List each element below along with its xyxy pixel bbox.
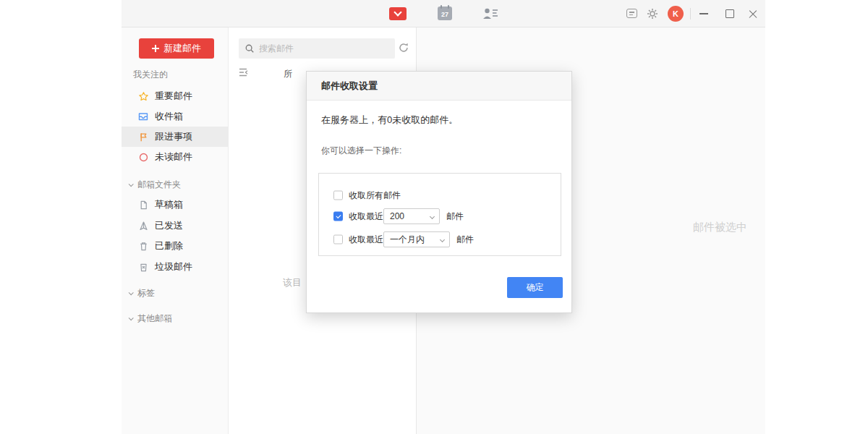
sidebar-item-label: 未读邮件 xyxy=(155,150,192,163)
search-input[interactable] xyxy=(259,43,375,54)
trash-icon xyxy=(137,240,149,252)
dialog-close-button[interactable] xyxy=(550,82,560,91)
sidebar-item-label: 已删除 xyxy=(155,239,183,252)
compose-button[interactable]: 新建邮件 xyxy=(139,38,214,59)
option-fetch-all: 收取所有邮件 xyxy=(319,190,561,201)
sidebar-item-label: 已发送 xyxy=(155,219,183,232)
count-select[interactable]: 200 xyxy=(383,208,440,224)
option-suffix: 邮件 xyxy=(446,210,464,223)
calendar-icon[interactable]: 27 xyxy=(438,7,452,20)
calendar-ring-icon xyxy=(448,5,449,9)
sidebar-item-label: 垃圾邮件 xyxy=(155,260,192,273)
list-filter-label[interactable]: 所 xyxy=(284,68,292,80)
topbar: 27 xyxy=(122,0,765,27)
count-select-value: 200 xyxy=(390,211,404,221)
avatar[interactable]: K xyxy=(668,6,684,22)
envelope-flap-icon xyxy=(393,8,401,16)
search-box[interactable] xyxy=(239,38,395,59)
sidebar: 新建邮件 我关注的 重要邮件 收件箱 跟进事项 xyxy=(122,27,229,434)
chevron-down-icon xyxy=(129,290,134,295)
calendar-ring-icon xyxy=(441,5,442,9)
sidebar-item-followup[interactable]: 跟进事项 xyxy=(122,127,229,147)
contacts-icon[interactable] xyxy=(482,7,498,22)
sidebar-item-sent[interactable]: 已发送 xyxy=(122,216,229,236)
option-label: 收取所有邮件 xyxy=(349,190,401,202)
list-empty-text: 该目 xyxy=(283,276,302,289)
chevron-down-icon xyxy=(129,182,134,187)
options-box: 收取所有邮件 收取最近的 200 邮件 收取最近的 一个月内 邮件 xyxy=(318,173,561,256)
refresh-icon[interactable] xyxy=(398,42,411,55)
confirm-button[interactable]: 确定 xyxy=(507,277,563,298)
labels-header[interactable]: 标签 xyxy=(122,284,229,302)
sidebar-item-important[interactable]: 重要邮件 xyxy=(122,86,229,106)
inbox-icon xyxy=(137,111,149,122)
spam-icon xyxy=(137,261,149,273)
sidebar-item-drafts[interactable]: 草稿箱 xyxy=(122,195,229,215)
gear-icon[interactable] xyxy=(647,8,658,22)
dialog-header: 邮件收取设置 xyxy=(307,72,571,101)
chevron-down-icon xyxy=(440,237,445,242)
sent-icon xyxy=(137,220,149,231)
fetch-recent-count-checkbox[interactable] xyxy=(333,212,343,221)
sidebar-item-label: 收件箱 xyxy=(155,110,183,123)
sidebar-item-label: 跟进事项 xyxy=(155,130,192,143)
desktop: 27 xyxy=(0,0,868,434)
sidebar-item-label: 草稿箱 xyxy=(155,198,183,211)
mail-fetch-settings-dialog: 邮件收取设置 在服务器上，有0未收取的邮件。 你可以选择一下操作: 收取所有邮件… xyxy=(306,71,572,313)
circle-icon xyxy=(137,151,149,163)
dialog-message: 在服务器上，有0未收取的邮件。 xyxy=(321,114,458,127)
compose-label: 新建邮件 xyxy=(163,42,201,55)
option-fetch-recent-count: 收取最近的 200 邮件 xyxy=(319,208,561,224)
favorites-header: 我关注的 xyxy=(122,65,229,84)
chevron-down-icon xyxy=(430,214,435,219)
folders-header[interactable]: 邮箱文件夹 xyxy=(122,175,229,194)
plus-icon xyxy=(152,45,159,52)
sidebar-item-inbox[interactable]: 收件箱 xyxy=(122,106,229,127)
option-fetch-recent-period: 收取最近的 一个月内 邮件 xyxy=(319,231,561,247)
sidebar-item-deleted[interactable]: 已删除 xyxy=(122,236,229,256)
topbar-divider xyxy=(690,8,691,20)
period-select-value: 一个月内 xyxy=(390,234,425,246)
search-icon xyxy=(244,43,255,54)
maximize-button[interactable] xyxy=(726,9,734,18)
fetch-recent-period-checkbox[interactable] xyxy=(333,235,343,244)
period-select[interactable]: 一个月内 xyxy=(383,231,450,247)
reading-pane-empty-text: 邮件被选中 xyxy=(693,221,747,234)
close-icon xyxy=(748,9,758,19)
sidebar-item-spam[interactable]: 垃圾邮件 xyxy=(122,257,229,277)
option-suffix: 邮件 xyxy=(456,234,474,246)
fetch-all-checkbox[interactable] xyxy=(333,191,343,200)
sidebar-item-unread[interactable]: 未读邮件 xyxy=(122,147,229,167)
mail-icon[interactable] xyxy=(389,7,407,20)
dialog-title: 邮件收取设置 xyxy=(321,72,378,101)
dialog-prompt: 你可以选择一下操作: xyxy=(321,145,401,157)
calendar-day: 27 xyxy=(438,11,452,18)
close-button[interactable] xyxy=(748,9,758,19)
star-icon xyxy=(137,90,149,102)
flag-icon xyxy=(137,131,149,142)
sidebar-item-label: 重要邮件 xyxy=(155,90,192,103)
list-collapse-icon[interactable] xyxy=(237,67,249,80)
minimize-button[interactable] xyxy=(699,13,708,14)
draft-icon xyxy=(137,199,149,210)
other-mailboxes-header[interactable]: 其他邮箱 xyxy=(122,309,229,328)
chevron-down-icon xyxy=(129,315,134,320)
feedback-icon[interactable] xyxy=(626,9,637,18)
